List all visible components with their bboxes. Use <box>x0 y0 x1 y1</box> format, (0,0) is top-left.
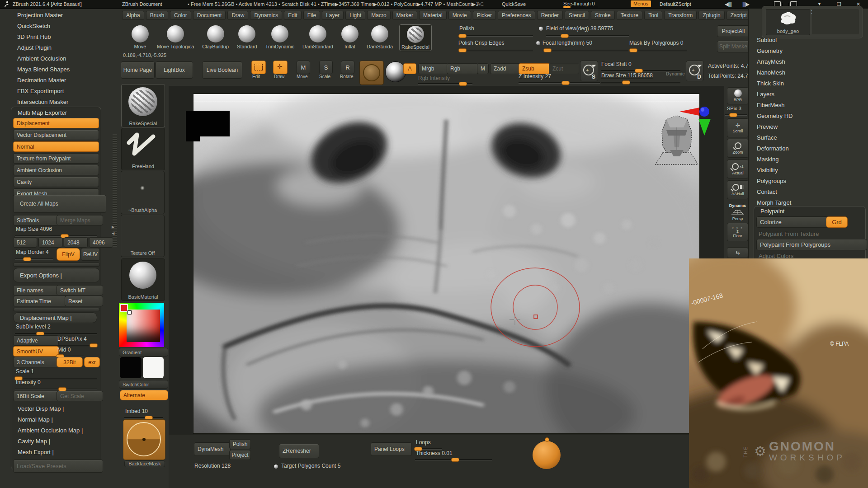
draw-size-slider[interactable] <box>601 80 680 84</box>
subdiv-level-slider-label[interactable]: SubDiv level 2 <box>16 324 51 330</box>
brush-item[interactable]: DamStandard <box>301 24 335 50</box>
spix-slider-label[interactable]: SPix 3 <box>727 106 741 111</box>
polish-slider-label[interactable]: Polish <box>459 25 474 32</box>
left-tray-divider[interactable] <box>113 134 117 247</box>
smoothuv-button[interactable]: SmoothUV <box>13 346 59 357</box>
menu-item[interactable]: Alpha <box>122 11 144 20</box>
flipv-button[interactable]: FlipV <box>57 248 80 261</box>
create-all-maps-button[interactable]: Create All Maps <box>13 195 106 213</box>
loops-slider-label[interactable]: Loops <box>416 439 431 446</box>
map-section-header[interactable]: Normal Map | <box>18 414 83 425</box>
draw-mode-button[interactable]: ✛ <box>273 61 288 74</box>
current-brush-icon[interactable] <box>359 61 384 85</box>
file-names-button[interactable]: File names <box>13 285 59 296</box>
tray-collapse-right-icon[interactable]: ||||▶ <box>742 1 749 7</box>
tray-arrow-icon[interactable]: ▶ <box>112 225 114 229</box>
tray-rakespecial-tile[interactable]: RakeSpecial <box>121 84 165 127</box>
switchcolor-button[interactable]: SwitchColor <box>119 380 168 389</box>
tool-menu-item[interactable]: Polygroups <box>757 176 793 187</box>
fov-radio-icon[interactable] <box>539 27 543 31</box>
menu-item[interactable]: Stencil <box>565 11 589 20</box>
scale-mode-button[interactable]: S <box>319 61 333 74</box>
map-size-preset-button[interactable]: 512 <box>13 237 37 248</box>
project-button[interactable]: Project <box>229 450 251 460</box>
resize-docs-button[interactable]: ⇆ <box>727 247 748 258</box>
aahalf-button[interactable]: AAHalf <box>727 180 749 199</box>
selected-color-swatch[interactable] <box>120 304 128 312</box>
brush-item[interactable]: TrimDynamic <box>264 24 296 50</box>
plugin-menu-item[interactable]: Ambient Occlusion <box>17 53 70 64</box>
imbed-slider[interactable] <box>124 415 163 419</box>
map-type-button[interactable]: Normal <box>13 141 99 152</box>
dynamic-persp-button[interactable]: Dynamic Persp <box>728 202 747 221</box>
spix-slider[interactable] <box>725 113 747 117</box>
polypaint-title[interactable]: Polypaint <box>760 208 784 215</box>
home-page-button[interactable]: Home Page <box>121 61 155 79</box>
menu-item[interactable]: Document <box>193 11 226 20</box>
menu-item[interactable]: File <box>303 11 320 20</box>
intensity-slider[interactable] <box>15 387 97 391</box>
draw-size-slider-label[interactable]: Draw Size 115.86058 <box>601 72 653 79</box>
map-type-button[interactable]: Texture from Polypaint <box>13 153 99 164</box>
edit-mode-button[interactable] <box>251 61 266 74</box>
subtools-button[interactable]: SubTools <box>13 215 59 225</box>
zremesher-button[interactable]: ZRemesher <box>279 444 319 458</box>
live-boolean-button[interactable]: Live Boolean <box>202 61 242 79</box>
subdiv-level-slider[interactable] <box>15 331 97 335</box>
map-section-header[interactable]: Vector Disp Map | <box>18 404 83 414</box>
merge-maps-button[interactable]: Merge Maps <box>57 215 103 225</box>
z-intensity-slider-label[interactable]: Z Intensity 27 <box>519 73 551 80</box>
tool-menu-item[interactable]: FiberMesh <box>757 100 793 111</box>
mrgb-button[interactable]: Mrgb <box>418 63 448 74</box>
split-masked-button[interactable]: Split Maske <box>717 41 750 52</box>
tool-thumbnail-tile[interactable]: body_geo 13 <box>766 9 810 35</box>
color-picker[interactable] <box>119 303 164 347</box>
tool-menu-item[interactable]: Deformation <box>757 143 793 154</box>
brush-item[interactable]: Move Topologica <box>155 24 196 50</box>
thickness-slider-label[interactable]: Thickness 0.01 <box>416 450 453 456</box>
tool-menu-item[interactable]: Surface <box>757 132 793 143</box>
actual-size-button[interactable]: x1 Actual <box>727 160 749 178</box>
plugin-menu-item[interactable]: QuickSketch <box>17 21 70 32</box>
target-polygons-radio-icon[interactable] <box>274 465 278 469</box>
move-mode-button[interactable]: M <box>297 61 310 74</box>
menu-item[interactable]: Layer <box>322 11 344 20</box>
tool-menu-item[interactable]: Layers <box>757 89 793 100</box>
project-all-button[interactable]: ProjectAll <box>717 25 750 37</box>
focal-length-slider-label[interactable]: Focal length(mm) 50 <box>542 40 592 46</box>
map-section-header[interactable]: Cavity Map | <box>18 436 83 447</box>
map-section-header[interactable]: Ambient Occlusion Map | <box>18 425 83 436</box>
map-type-button[interactable]: Ambient Occlusion <box>13 165 99 175</box>
scale-slider-label[interactable]: Scale 1 <box>16 368 34 375</box>
menu-item[interactable]: Tool <box>644 11 662 20</box>
map-border-slider-label[interactable]: Map Border 4 <box>16 249 49 255</box>
map-type-button[interactable]: Cavity <box>13 177 99 187</box>
panel-loops-button[interactable]: Panel Loops <box>371 442 412 456</box>
displacement-map-section[interactable]: Displacement Map | <box>13 312 97 323</box>
brush-item[interactable]: Inflat <box>340 24 360 50</box>
map-type-button[interactable]: Vector Displacement <box>13 130 99 140</box>
tray-material-tile[interactable]: BasicMaterial <box>121 258 165 301</box>
polymesh-head-preview[interactable] <box>652 114 702 168</box>
tool-menu-item[interactable]: Geometry HD <box>757 111 793 122</box>
secondary-color-swatch[interactable] <box>143 357 164 378</box>
menu-item[interactable]: Preferences <box>498 11 535 20</box>
zoom-button[interactable]: Zoom <box>727 139 749 158</box>
plugin-menu-item[interactable]: Maya Blend Shapes <box>17 64 70 75</box>
tool-menu-item[interactable]: Thick Skin <box>757 78 793 89</box>
reuv-button[interactable]: ReUV <box>81 248 100 261</box>
zsub-button[interactable]: Zsub <box>519 63 550 74</box>
imbed-slider-label[interactable]: Imbed 10 <box>125 408 148 414</box>
load-save-presets-button[interactable]: Load/Save Presets <box>13 460 103 473</box>
dpsubpix-slider-label[interactable]: DPSubPix 4 <box>57 336 87 342</box>
brush-item[interactable]: Standard <box>235 24 259 50</box>
exr-button[interactable]: exr <box>84 357 100 367</box>
polypaint-from-texture-button[interactable]: Polypaint From Texture <box>759 230 819 237</box>
plugin-menu-item[interactable]: Decimation Master <box>17 75 70 86</box>
m-button[interactable]: M <box>477 63 489 74</box>
bit32-button[interactable]: 32Bit <box>57 357 83 367</box>
menu-item[interactable]: Material <box>419 11 447 20</box>
rotate-mode-button[interactable]: R <box>341 61 354 74</box>
menu-item[interactable]: Edit <box>284 11 302 20</box>
menu-item[interactable]: Render <box>537 11 563 20</box>
